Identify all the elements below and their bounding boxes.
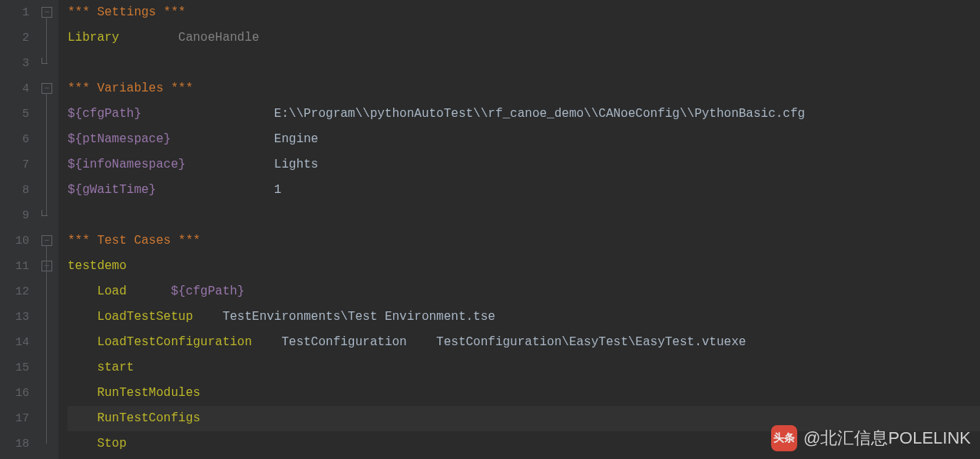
code-line[interactable]: ${infoNamespace} Lights: [68, 152, 980, 178]
code-token: [127, 284, 171, 298]
line-number: 9: [0, 203, 29, 228]
line-number: 10: [0, 228, 29, 254]
code-token: [119, 31, 178, 45]
code-token: Load: [97, 284, 126, 298]
code-token: RunTestConfigs: [97, 411, 200, 425]
line-number: 4: [0, 76, 29, 101]
code-token: ${infoNamespace}: [68, 158, 186, 171]
code-token: testdemo: [68, 259, 127, 273]
code-line[interactable]: start: [68, 355, 980, 381]
code-token: LoadTestSetup: [97, 310, 193, 324]
code-token: 1: [156, 183, 281, 197]
code-token: *** Settings ***: [68, 5, 186, 19]
code-token: ${cfgPath}: [171, 284, 244, 298]
code-line[interactable]: LoadTestSetup TestEnvironments\Test Envi…: [68, 304, 980, 330]
code-token: ${ptNamespace}: [68, 132, 171, 146]
code-line[interactable]: *** Test Cases ***: [68, 228, 980, 254]
code-token: [68, 386, 97, 400]
code-line[interactable]: Library CanoeHandle: [68, 25, 980, 51]
code-line[interactable]: LoadTestConfiguration TestConfiguration …: [68, 330, 980, 355]
code-line[interactable]: RunTestConfigs: [68, 406, 980, 431]
line-number: 17: [0, 406, 29, 431]
line-number: 18: [0, 431, 29, 457]
line-number: 16: [0, 381, 29, 406]
code-line[interactable]: ${ptNamespace} Engine: [68, 127, 980, 152]
code-token: RunTestModules: [97, 386, 200, 400]
code-token: [68, 361, 97, 374]
line-number: 8: [0, 178, 29, 203]
line-number: 2: [0, 25, 29, 51]
code-token: Lights: [186, 158, 319, 171]
line-number: 14: [0, 330, 29, 355]
code-token: [68, 284, 97, 298]
line-number-gutter: 123456789101112131415161718: [0, 0, 37, 459]
code-line[interactable]: *** Variables ***: [68, 76, 980, 101]
code-token: start: [97, 361, 134, 374]
code-token: Engine: [171, 132, 318, 146]
line-number: 12: [0, 279, 29, 304]
code-line[interactable]: Load ${cfgPath}: [68, 279, 980, 304]
code-token: Stop: [97, 437, 126, 451]
code-token: *** Test Cases ***: [68, 234, 200, 248]
code-token: CanoeHandle: [178, 31, 260, 45]
code-line[interactable]: Stop: [68, 431, 980, 457]
code-token: ${cfgPath}: [68, 107, 141, 121]
fold-toggle-icon[interactable]: −: [41, 7, 52, 18]
code-token: [68, 310, 97, 324]
code-line[interactable]: RunTestModules: [68, 381, 980, 406]
line-number: 7: [0, 152, 29, 178]
code-token: [68, 411, 97, 425]
code-token: Library: [68, 31, 119, 45]
code-line[interactable]: [68, 51, 980, 76]
code-token: TestConfiguration TestConfiguration\Easy…: [252, 335, 746, 349]
line-number: 3: [0, 51, 29, 76]
code-editor-area[interactable]: *** Settings ***Library CanoeHandle*** V…: [58, 0, 980, 459]
code-line[interactable]: *** Settings ***: [68, 0, 980, 25]
code-line[interactable]: [68, 203, 980, 228]
code-token: [68, 437, 97, 451]
line-number: 11: [0, 254, 29, 279]
code-line[interactable]: testdemo: [68, 254, 980, 279]
code-token: [68, 335, 97, 349]
code-line[interactable]: ${cfgPath} E:\\Program\\pythonAutoTest\\…: [68, 101, 980, 127]
fold-toggle-icon[interactable]: −: [41, 83, 52, 94]
code-token: TestEnvironments\Test Environment.tse: [193, 310, 495, 324]
code-token: *** Variables ***: [68, 81, 193, 95]
line-number: 13: [0, 304, 29, 330]
code-token: ${gWaitTime}: [68, 183, 156, 197]
line-number: 15: [0, 355, 29, 381]
fold-toggle-icon[interactable]: −: [41, 261, 52, 271]
fold-toggle-icon[interactable]: −: [41, 235, 52, 246]
code-token: LoadTestConfiguration: [97, 335, 252, 349]
line-number: 1: [0, 0, 29, 25]
line-number: 5: [0, 101, 29, 127]
code-line[interactable]: ${gWaitTime} 1: [68, 178, 980, 203]
fold-column: −−−−: [37, 0, 58, 459]
code-token: E:\\Program\\pythonAutoTest\\rf_canoe_de…: [141, 107, 805, 121]
line-number: 6: [0, 127, 29, 152]
